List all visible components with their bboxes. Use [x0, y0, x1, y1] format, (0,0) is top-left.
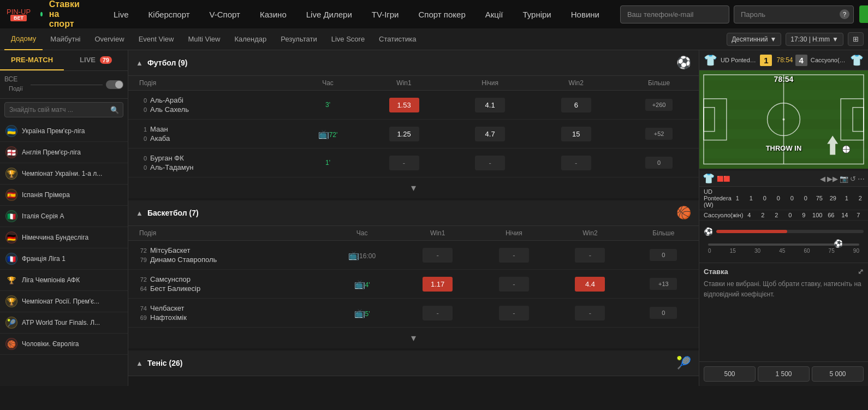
nav-link-news[interactable]: Новини: [561, 2, 609, 26]
tab-results[interactable]: Результати: [274, 28, 323, 50]
tennis-header[interactable]: ▲ Теніс (26) 🎾: [128, 350, 699, 376]
win2-button[interactable]: 4.4: [575, 277, 605, 292]
more-cell[interactable]: +260: [619, 91, 699, 120]
tab-calendar[interactable]: Календар: [228, 28, 273, 50]
tab-multi-view[interactable]: Multi View: [181, 28, 227, 50]
league-item[interactable]: 🏀 Чоловіки. Євроліга: [0, 334, 128, 355]
sidebar-search-icon: 🔍: [110, 106, 119, 114]
more-button[interactable]: +260: [645, 99, 673, 111]
draw-button[interactable]: 4.1: [475, 98, 505, 112]
league-item[interactable]: 🇺🇦 Україна Прем'єр-ліга: [0, 121, 128, 142]
live-dot: [40, 12, 43, 16]
win2-button[interactable]: 15: [561, 127, 591, 141]
more-button[interactable]: +52: [645, 128, 673, 140]
logo[interactable]: PIN- UP BET: [7, 8, 31, 21]
win1-cell[interactable]: 1.53: [361, 91, 447, 120]
win2-cell[interactable]: 4.4: [552, 270, 628, 299]
basketball-show-more[interactable]: ▾: [128, 328, 699, 348]
win2-button[interactable]: 6: [561, 98, 591, 112]
amount-btn-5000[interactable]: 5 000: [812, 366, 864, 382]
score-badge-away: 0: [139, 135, 147, 142]
win1-button[interactable]: 1.25: [389, 127, 419, 141]
home-stat-3: 0: [759, 195, 771, 201]
draw-button[interactable]: 4.7: [475, 127, 505, 141]
more-button[interactable]: 0: [650, 307, 677, 319]
sidebar-search-input[interactable]: [4, 102, 123, 117]
nav-link-promo[interactable]: Акції: [475, 2, 513, 26]
more-cell[interactable]: +13: [628, 270, 699, 299]
tab-home[interactable]: Додому: [4, 28, 43, 50]
nav-link-live-dealers[interactable]: Live Дилери: [296, 2, 362, 26]
betslip-expand-icon[interactable]: ⤢: [858, 268, 864, 276]
more-button[interactable]: 0: [650, 249, 677, 261]
stats-refresh-icon[interactable]: ↺: [850, 175, 856, 183]
more-button[interactable]: 0: [645, 157, 673, 169]
table-row: 74Челбаскет 69Нафтохімік 📺5' - - - 0: [128, 299, 699, 328]
nav-link-esport[interactable]: Кіберспорт: [139, 2, 200, 26]
tab-overview[interactable]: Overview: [88, 28, 130, 50]
password-help-icon[interactable]: ?: [840, 9, 849, 19]
sidebar-tab-live[interactable]: LIVE 79: [64, 50, 128, 70]
sidebar-tab-prematch[interactable]: PRE-MATCH: [0, 50, 64, 70]
league-name: ATP World Tour Finals. Л...: [22, 319, 122, 326]
stats-prev-icon[interactable]: ◀: [820, 175, 825, 183]
sidebar-toggle[interactable]: [106, 80, 123, 89]
league-item[interactable]: 🇮🇹 Італія Серія А: [0, 206, 128, 227]
basketball-header[interactable]: ▲ Баскетбол (7) 🏀: [128, 200, 699, 226]
stats-next-icon[interactable]: ▶▶: [827, 175, 838, 183]
amount-btn-500[interactable]: 500: [704, 366, 756, 382]
win1-button[interactable]: 1.53: [389, 98, 419, 112]
more-button[interactable]: +13: [650, 278, 677, 290]
league-item[interactable]: 🎾 ATP World Tour Finals. Л...: [0, 312, 128, 334]
draw-cell[interactable]: 4.1: [447, 91, 533, 120]
score-badge-home: 72: [139, 276, 147, 283]
league-item[interactable]: 🏆 Чемпіонат України. 1-а л...: [0, 163, 128, 185]
time-selector[interactable]: 17:30 | H:mm ▼: [786, 33, 843, 46]
home-stat-10: 2: [854, 195, 866, 201]
tennis-icon: 🎾: [676, 356, 691, 370]
win1-button[interactable]: 1.17: [423, 277, 453, 292]
league-item[interactable]: 🏴󠁧󠁢󠁥󠁮󠁧󠁿 Англія Прем'єр-ліга: [0, 142, 128, 163]
win2-cell[interactable]: 15: [533, 120, 619, 148]
win1-cell[interactable]: 1.25: [361, 120, 447, 148]
more-cell[interactable]: 0: [619, 148, 699, 177]
nav-link-vsport[interactable]: V-Спорт: [200, 2, 250, 26]
win2-cell: -: [533, 148, 619, 177]
more-cell[interactable]: 0: [628, 241, 699, 270]
tab-event-view[interactable]: Event View: [132, 28, 181, 50]
football-header[interactable]: ▲ Футбол (9) ⚽: [128, 50, 699, 76]
league-item[interactable]: 🏆 Ліга Чемпіонів АФК: [0, 270, 128, 291]
sport-brand[interactable]: Ставки на спорт: [40, 0, 82, 29]
decimal-selector[interactable]: Десятинний ▼: [727, 33, 781, 46]
win2-cell[interactable]: 6: [533, 91, 619, 120]
league-item[interactable]: 🏆 Чемпіонат Росії. Прем'є...: [0, 291, 128, 312]
login-button[interactable]: Вхід: [859, 5, 868, 23]
tab-future[interactable]: Майбутні: [44, 28, 87, 50]
draw-cell[interactable]: 4.7: [447, 120, 533, 148]
nav-link-casino[interactable]: Казино: [250, 2, 296, 26]
nav-link-tournaments[interactable]: Турніри: [513, 2, 561, 26]
more-cell[interactable]: +52: [619, 120, 699, 148]
league-item[interactable]: 🇫🇷 Франція Ліга 1: [0, 248, 128, 270]
tab-live-score[interactable]: Live Score: [325, 28, 371, 50]
amount-btn-1500[interactable]: 1 500: [758, 366, 810, 382]
draw-cell: -: [476, 241, 552, 270]
team-name-away: Динамо Ставрополь: [150, 255, 217, 264]
nav-link-tv[interactable]: TV-Ігри: [362, 2, 409, 26]
password-input[interactable]: [734, 5, 854, 23]
phone-email-input[interactable]: [620, 5, 729, 23]
win1-cell[interactable]: 1.17: [400, 270, 476, 299]
away-stat-2: 2: [757, 212, 769, 218]
nav-link-live[interactable]: Live: [104, 2, 139, 26]
stats-camera-icon[interactable]: 📷: [840, 175, 848, 183]
tab-statistics[interactable]: Статистика: [372, 28, 423, 50]
league-item[interactable]: 🇩🇪 Німеччина Бундесліга: [0, 227, 128, 248]
football-chevron-icon: ▲: [136, 59, 143, 67]
nav-link-poker[interactable]: Спорт покер: [409, 2, 475, 26]
grid-view-button[interactable]: ⊞: [848, 32, 864, 46]
win2-button: -: [575, 248, 605, 263]
football-show-more[interactable]: ▾: [128, 177, 699, 198]
league-item[interactable]: 🇪🇸 Іспанія Прімера: [0, 185, 128, 206]
more-cell[interactable]: 0: [628, 299, 699, 328]
stats-more-icon[interactable]: ⋯: [858, 175, 865, 183]
